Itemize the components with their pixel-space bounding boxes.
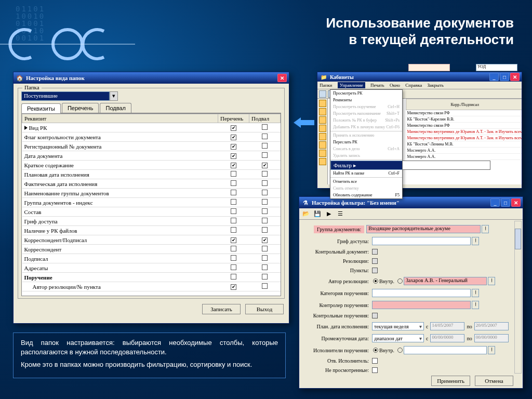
list-row[interactable]: Министерство связи РФ: [406, 110, 522, 116]
folder-icon[interactable]: [319, 158, 326, 165]
menu-item[interactable]: Найти РК в папкеCtrl+F: [330, 170, 402, 177]
grid-row[interactable]: Флаг контрольности документа: [22, 132, 281, 142]
picker-icon[interactable]: ⁞: [472, 289, 479, 297]
radio-external[interactable]: [397, 278, 403, 284]
grid-row[interactable]: Наличие у РК файлов: [22, 226, 281, 235]
menu-help[interactable]: Справка: [405, 83, 422, 88]
grid-row[interactable]: Поручение: [22, 273, 281, 282]
cancel-button[interactable]: Отмена: [475, 376, 513, 386]
footer-checkbox[interactable]: [262, 246, 268, 251]
footer-checkbox[interactable]: [262, 180, 268, 186]
list-checkbox[interactable]: [231, 153, 236, 159]
grid-row[interactable]: Наименование группы документов: [22, 189, 281, 198]
list-checkbox[interactable]: [231, 199, 236, 205]
grid-row[interactable]: Плановая дата исполнения: [22, 170, 281, 179]
cat-input[interactable]: [372, 289, 471, 297]
grif-input[interactable]: [372, 237, 471, 245]
win2-menubar[interactable]: Папки Управление Печать Окно Справка Зак…: [317, 82, 522, 89]
list-checkbox[interactable]: [231, 163, 236, 168]
list-checkbox[interactable]: [231, 180, 236, 186]
list-checkbox[interactable]: [231, 274, 236, 280]
list-row[interactable]: Министерство внутренних де Юранов А.Т. -…: [406, 129, 522, 135]
folder-icon[interactable]: [319, 116, 326, 124]
picker-icon[interactable]: ⁞: [488, 346, 495, 354]
grid-row[interactable]: Гриф доступа: [22, 217, 281, 226]
col-requisite[interactable]: Реквизит: [22, 114, 218, 123]
close-icon[interactable]: ✕: [277, 74, 287, 82]
radio-internal2[interactable]: [373, 348, 378, 353]
scrollbar[interactable]: [514, 221, 522, 374]
minimize-icon[interactable]: _: [490, 198, 500, 207]
close-icon[interactable]: ✕: [510, 73, 520, 81]
folder-icon[interactable]: [319, 150, 326, 157]
footer-checkbox[interactable]: [262, 208, 268, 214]
list-checkbox[interactable]: [231, 218, 236, 223]
grid-row[interactable]: Состав: [22, 207, 281, 217]
footer-checkbox[interactable]: [262, 227, 268, 233]
maximize-icon[interactable]: □: [500, 73, 509, 81]
menu-folders[interactable]: Папки: [320, 83, 332, 88]
folder-icon[interactable]: [319, 125, 326, 132]
menu-window[interactable]: Окно: [390, 83, 400, 88]
tab-footer[interactable]: Подвал: [100, 103, 131, 113]
list-row[interactable]: Мосэнерго А.А.Плахов А.В. - Управл Прошу…: [406, 154, 522, 160]
ctrl-input[interactable]: [372, 301, 471, 309]
list-checkbox[interactable]: [231, 171, 236, 177]
list-row[interactable]: КБ "Восток"-Ленина М.В.Захаров А.В. - Ге…: [406, 141, 522, 148]
grid-row[interactable]: Фактическая дата исполнения: [22, 179, 281, 189]
dept-field[interactable]: УОД: [476, 64, 517, 71]
exit-button[interactable]: Выход: [245, 304, 284, 314]
footer-checkbox[interactable]: [262, 190, 268, 195]
footer-checkbox[interactable]: [262, 124, 268, 130]
list-icon[interactable]: ☰: [336, 210, 344, 218]
mid-from[interactable]: 00/00/0000: [430, 334, 464, 342]
list-row[interactable]: Министерство связи РФ: [406, 123, 522, 129]
grid-row[interactable]: Корреспондент: [22, 245, 281, 254]
grid-row[interactable]: Вид РК: [22, 123, 281, 132]
exec-input[interactable]: [404, 346, 487, 354]
list-row[interactable]: Мосэнерго А.А.Плахов А.В. - Управл Прошу…: [406, 148, 522, 154]
list-checkbox[interactable]: [231, 255, 236, 261]
footer-checkbox[interactable]: [262, 143, 268, 149]
save-button[interactable]: Записать: [202, 304, 241, 314]
unseen-checkbox[interactable]: [372, 367, 378, 373]
otv-checkbox[interactable]: [372, 358, 378, 364]
plan-range-select[interactable]: текущая неделя: [372, 322, 424, 330]
footer-checkbox[interactable]: [262, 283, 268, 289]
requisites-grid[interactable]: Реквизит Перечень Подвал Вид РКФлаг конт…: [21, 113, 281, 296]
maximize-icon[interactable]: □: [501, 198, 510, 207]
win2-grid[interactable]: Корр./Подписал Автор/№ пункта Текст Кем …: [406, 99, 522, 184]
list-checkbox[interactable]: [231, 190, 236, 195]
folder-icon[interactable]: [319, 141, 326, 149]
play-icon[interactable]: ▶: [325, 210, 333, 218]
grid-row[interactable]: Краткое содержание: [22, 161, 281, 170]
win2-titlebar[interactable]: 📁 Кабинеты _ □ ✕: [317, 72, 522, 82]
mid-to[interactable]: 00/00/0000: [474, 334, 509, 342]
grid-row[interactable]: Корреспондент/Подписал: [22, 235, 281, 245]
footer-checkbox[interactable]: [262, 274, 268, 280]
picker-icon[interactable]: ⁞: [472, 237, 479, 245]
close-icon[interactable]: ✕: [511, 198, 521, 207]
list-checkbox[interactable]: [231, 208, 236, 214]
menu-manage[interactable]: Управление: [338, 82, 365, 88]
ctrlpor-checkbox[interactable]: [372, 313, 378, 318]
col-list[interactable]: Перечень: [218, 114, 249, 123]
footer-checkbox[interactable]: [262, 134, 268, 139]
list-checkbox[interactable]: [231, 264, 236, 270]
tab-requisites[interactable]: Реквизиты: [21, 103, 61, 113]
resol-checkbox[interactable]: [372, 258, 378, 264]
folder-icon[interactable]: [319, 133, 326, 140]
list-checkbox[interactable]: [231, 284, 236, 290]
list-row[interactable]: Министерство внутренних де Юранов А.Т. -…: [406, 135, 522, 141]
grid-row[interactable]: Автор резолюции/№ пункта: [22, 282, 281, 291]
grid-row[interactable]: Группа документов - индекс: [22, 198, 281, 207]
radio-external2[interactable]: [397, 348, 403, 353]
picker-icon[interactable]: ⁞: [488, 277, 495, 285]
picker-icon[interactable]: ⁞: [482, 225, 489, 233]
list-row[interactable]: КБ "Восток"-Карелин В.В.: [406, 116, 522, 123]
manage-dropdown[interactable]: Просмотреть РКРеквизитыПросмотреть поруч…: [330, 89, 403, 199]
group-input[interactable]: Входящие распорядительные докуме: [366, 225, 481, 233]
grid-row[interactable]: Подписал: [22, 254, 281, 263]
menu-item[interactable]: Обновить содержаниеF5: [330, 192, 402, 198]
list-checkbox[interactable]: [231, 227, 236, 233]
